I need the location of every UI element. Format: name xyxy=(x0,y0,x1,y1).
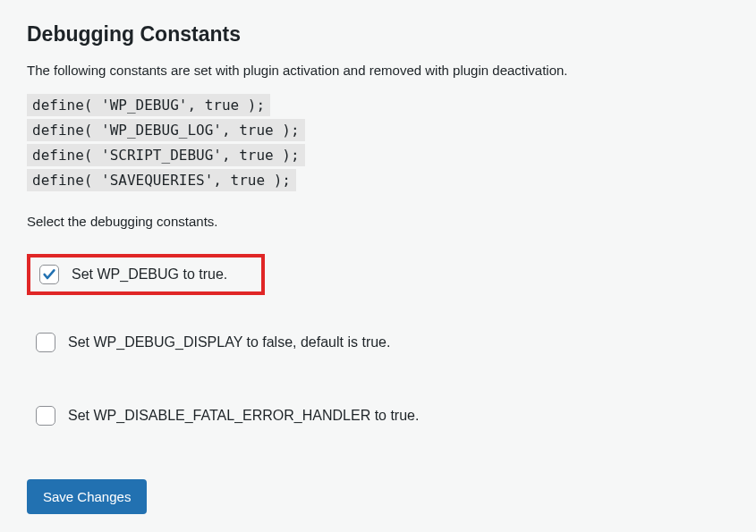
option-label: Set WP_DEBUG to true. xyxy=(72,266,227,283)
option-wp-debug-display[interactable]: Set WP_DEBUG_DISPLAY to false, default i… xyxy=(27,325,729,359)
option-wp-debug[interactable]: Set WP_DEBUG to true. xyxy=(27,254,265,295)
check-icon xyxy=(42,267,56,282)
code-line: define( 'SAVEQUERIES', true ); xyxy=(27,169,296,191)
checkbox-wp-debug-display[interactable] xyxy=(36,333,55,352)
intro-text: The following constants are set with plu… xyxy=(27,63,729,78)
code-line: define( 'WP_DEBUG_LOG', true ); xyxy=(27,119,305,141)
select-prompt: Select the debugging constants. xyxy=(27,214,729,229)
code-line: define( 'SCRIPT_DEBUG', true ); xyxy=(27,144,305,166)
checkbox-wp-debug[interactable] xyxy=(39,265,59,284)
code-block: define( 'WP_DEBUG', true ); define( 'WP_… xyxy=(27,94,729,194)
option-wp-disable-fatal-error-handler[interactable]: Set WP_DISABLE_FATAL_ERROR_HANDLER to tr… xyxy=(27,399,729,433)
code-line: define( 'WP_DEBUG', true ); xyxy=(27,94,270,116)
checkbox-wp-disable-fatal-error-handler[interactable] xyxy=(36,406,55,426)
page-heading: Debugging Constants xyxy=(27,22,729,46)
option-label: Set WP_DEBUG_DISPLAY to false, default i… xyxy=(68,334,390,350)
save-changes-button[interactable]: Save Changes xyxy=(27,479,147,514)
option-label: Set WP_DISABLE_FATAL_ERROR_HANDLER to tr… xyxy=(68,408,419,424)
